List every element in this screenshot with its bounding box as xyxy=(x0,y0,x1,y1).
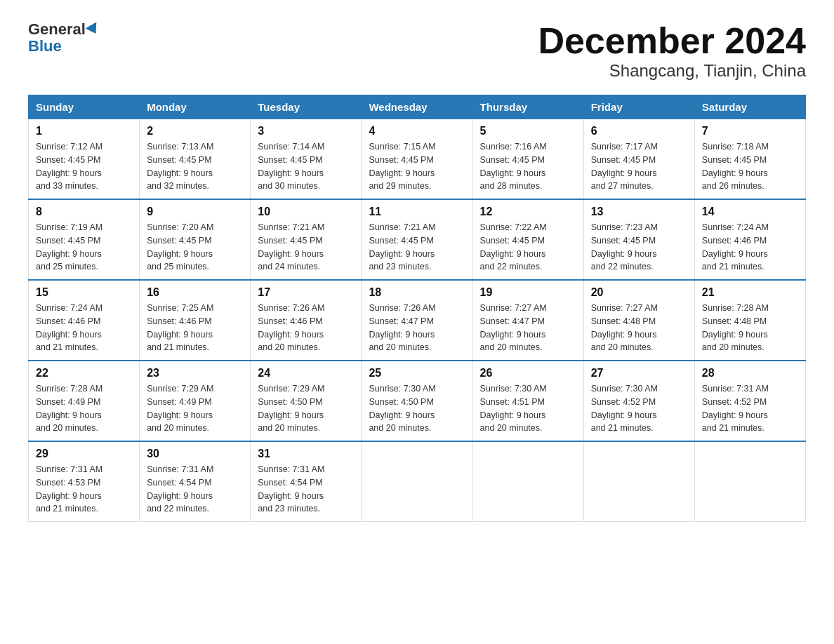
day-number: 6 xyxy=(591,125,687,137)
calendar-cell: 21Sunrise: 7:28 AMSunset: 4:48 PMDayligh… xyxy=(694,280,805,361)
calendar-cell: 10Sunrise: 7:21 AMSunset: 4:45 PMDayligh… xyxy=(251,199,362,280)
logo-general-text: General xyxy=(28,21,86,38)
calendar-cell: 18Sunrise: 7:26 AMSunset: 4:47 PMDayligh… xyxy=(362,280,472,361)
day-info: Sunrise: 7:14 AMSunset: 4:45 PMDaylight:… xyxy=(258,140,354,193)
weekday-header-sunday: Sunday xyxy=(29,95,140,119)
day-number: 30 xyxy=(147,448,243,460)
logo: General Blue xyxy=(28,21,100,55)
calendar-cell: 2Sunrise: 7:13 AMSunset: 4:45 PMDaylight… xyxy=(140,119,251,200)
day-number: 29 xyxy=(36,448,132,460)
page-subtitle: Shangcang, Tianjin, China xyxy=(538,61,806,81)
calendar-cell: 29Sunrise: 7:31 AMSunset: 4:53 PMDayligh… xyxy=(29,441,140,522)
calendar-cell: 7Sunrise: 7:18 AMSunset: 4:45 PMDaylight… xyxy=(694,119,805,200)
calendar-cell xyxy=(472,441,583,522)
calendar-cell: 23Sunrise: 7:29 AMSunset: 4:49 PMDayligh… xyxy=(140,361,251,441)
calendar-cell: 3Sunrise: 7:14 AMSunset: 4:45 PMDaylight… xyxy=(251,119,362,200)
day-number: 9 xyxy=(147,206,243,218)
calendar-cell: 22Sunrise: 7:28 AMSunset: 4:49 PMDayligh… xyxy=(29,361,140,441)
day-info: Sunrise: 7:21 AMSunset: 4:45 PMDaylight:… xyxy=(258,221,354,274)
calendar-cell: 24Sunrise: 7:29 AMSunset: 4:50 PMDayligh… xyxy=(251,361,362,441)
day-info: Sunrise: 7:15 AMSunset: 4:45 PMDaylight:… xyxy=(369,140,465,193)
weekday-header-monday: Monday xyxy=(140,95,251,119)
weekday-header-thursday: Thursday xyxy=(472,95,583,119)
day-info: Sunrise: 7:31 AMSunset: 4:54 PMDaylight:… xyxy=(147,463,243,516)
page-title: December 2024 xyxy=(538,21,806,61)
day-number: 12 xyxy=(480,206,576,218)
calendar-cell: 15Sunrise: 7:24 AMSunset: 4:46 PMDayligh… xyxy=(29,280,140,361)
day-number: 11 xyxy=(369,206,465,218)
day-info: Sunrise: 7:29 AMSunset: 4:50 PMDaylight:… xyxy=(258,382,354,435)
weekday-header-tuesday: Tuesday xyxy=(251,95,362,119)
day-number: 16 xyxy=(147,286,243,299)
day-number: 24 xyxy=(258,367,354,380)
calendar-cell: 26Sunrise: 7:30 AMSunset: 4:51 PMDayligh… xyxy=(472,361,583,441)
calendar-cell: 20Sunrise: 7:27 AMSunset: 4:48 PMDayligh… xyxy=(583,280,694,361)
day-number: 19 xyxy=(480,286,576,299)
calendar-cell: 16Sunrise: 7:25 AMSunset: 4:46 PMDayligh… xyxy=(140,280,251,361)
day-info: Sunrise: 7:30 AMSunset: 4:52 PMDaylight:… xyxy=(591,382,687,435)
day-info: Sunrise: 7:28 AMSunset: 4:48 PMDaylight:… xyxy=(702,302,798,354)
day-number: 14 xyxy=(702,206,798,218)
day-number: 10 xyxy=(258,206,354,218)
weekday-header-wednesday: Wednesday xyxy=(362,95,472,119)
day-number: 1 xyxy=(36,125,132,137)
day-info: Sunrise: 7:17 AMSunset: 4:45 PMDaylight:… xyxy=(591,140,687,193)
logo-triangle-icon xyxy=(86,22,102,37)
calendar-cell: 1Sunrise: 7:12 AMSunset: 4:45 PMDaylight… xyxy=(29,119,140,200)
day-info: Sunrise: 7:25 AMSunset: 4:46 PMDaylight:… xyxy=(147,302,243,354)
calendar-table: SundayMondayTuesdayWednesdayThursdayFrid… xyxy=(28,95,806,522)
day-number: 3 xyxy=(258,125,354,137)
calendar-cell: 31Sunrise: 7:31 AMSunset: 4:54 PMDayligh… xyxy=(251,441,362,522)
day-info: Sunrise: 7:12 AMSunset: 4:45 PMDaylight:… xyxy=(36,140,132,193)
calendar-cell: 30Sunrise: 7:31 AMSunset: 4:54 PMDayligh… xyxy=(140,441,251,522)
day-number: 18 xyxy=(369,286,465,299)
day-number: 2 xyxy=(147,125,243,137)
day-info: Sunrise: 7:22 AMSunset: 4:45 PMDaylight:… xyxy=(480,221,576,274)
day-info: Sunrise: 7:24 AMSunset: 4:46 PMDaylight:… xyxy=(702,221,798,274)
title-block: December 2024 Shangcang, Tianjin, China xyxy=(538,21,806,81)
calendar-cell: 17Sunrise: 7:26 AMSunset: 4:46 PMDayligh… xyxy=(251,280,362,361)
logo-blue-text: Blue xyxy=(28,38,100,55)
calendar-cell: 11Sunrise: 7:21 AMSunset: 4:45 PMDayligh… xyxy=(362,199,472,280)
calendar-cell xyxy=(362,441,472,522)
day-info: Sunrise: 7:24 AMSunset: 4:46 PMDaylight:… xyxy=(36,302,132,354)
day-number: 27 xyxy=(591,367,687,380)
day-number: 17 xyxy=(258,286,354,299)
calendar-week-4: 22Sunrise: 7:28 AMSunset: 4:49 PMDayligh… xyxy=(29,361,806,441)
calendar-cell: 6Sunrise: 7:17 AMSunset: 4:45 PMDaylight… xyxy=(583,119,694,200)
day-info: Sunrise: 7:30 AMSunset: 4:51 PMDaylight:… xyxy=(480,382,576,435)
day-info: Sunrise: 7:26 AMSunset: 4:47 PMDaylight:… xyxy=(369,302,465,354)
calendar-cell: 9Sunrise: 7:20 AMSunset: 4:45 PMDaylight… xyxy=(140,199,251,280)
day-info: Sunrise: 7:31 AMSunset: 4:54 PMDaylight:… xyxy=(258,463,354,516)
day-number: 20 xyxy=(591,286,687,299)
day-number: 4 xyxy=(369,125,465,137)
weekday-header-friday: Friday xyxy=(583,95,694,119)
calendar-cell: 28Sunrise: 7:31 AMSunset: 4:52 PMDayligh… xyxy=(694,361,805,441)
day-number: 25 xyxy=(369,367,465,380)
day-info: Sunrise: 7:28 AMSunset: 4:49 PMDaylight:… xyxy=(36,382,132,435)
calendar-week-3: 15Sunrise: 7:24 AMSunset: 4:46 PMDayligh… xyxy=(29,280,806,361)
day-number: 13 xyxy=(591,206,687,218)
day-number: 5 xyxy=(480,125,576,137)
calendar-week-2: 8Sunrise: 7:19 AMSunset: 4:45 PMDaylight… xyxy=(29,199,806,280)
day-number: 26 xyxy=(480,367,576,380)
weekday-header-saturday: Saturday xyxy=(694,95,805,119)
calendar-cell xyxy=(583,441,694,522)
day-info: Sunrise: 7:13 AMSunset: 4:45 PMDaylight:… xyxy=(147,140,243,193)
day-info: Sunrise: 7:16 AMSunset: 4:45 PMDaylight:… xyxy=(480,140,576,193)
day-info: Sunrise: 7:21 AMSunset: 4:45 PMDaylight:… xyxy=(369,221,465,274)
calendar-cell xyxy=(694,441,805,522)
day-info: Sunrise: 7:18 AMSunset: 4:45 PMDaylight:… xyxy=(702,140,798,193)
day-number: 15 xyxy=(36,286,132,299)
page-header: General Blue December 2024 Shangcang, Ti… xyxy=(28,21,806,81)
calendar-week-5: 29Sunrise: 7:31 AMSunset: 4:53 PMDayligh… xyxy=(29,441,806,522)
day-info: Sunrise: 7:30 AMSunset: 4:50 PMDaylight:… xyxy=(369,382,465,435)
day-info: Sunrise: 7:31 AMSunset: 4:52 PMDaylight:… xyxy=(702,382,798,435)
weekday-header-row: SundayMondayTuesdayWednesdayThursdayFrid… xyxy=(29,95,806,119)
calendar-cell: 14Sunrise: 7:24 AMSunset: 4:46 PMDayligh… xyxy=(694,199,805,280)
calendar-cell: 4Sunrise: 7:15 AMSunset: 4:45 PMDaylight… xyxy=(362,119,472,200)
day-number: 21 xyxy=(702,286,798,299)
day-info: Sunrise: 7:27 AMSunset: 4:47 PMDaylight:… xyxy=(480,302,576,354)
day-info: Sunrise: 7:20 AMSunset: 4:45 PMDaylight:… xyxy=(147,221,243,274)
day-info: Sunrise: 7:23 AMSunset: 4:45 PMDaylight:… xyxy=(591,221,687,274)
